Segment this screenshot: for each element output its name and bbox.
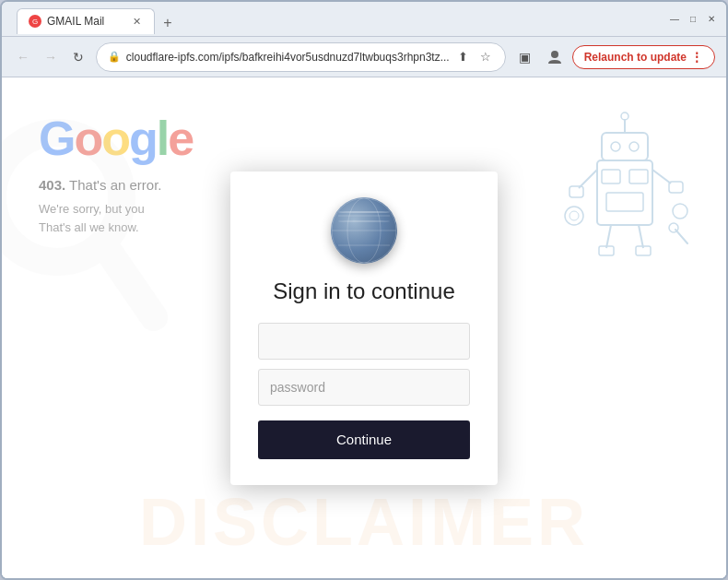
- globe-svg: [331, 197, 397, 264]
- share-icon[interactable]: ⬆: [455, 49, 472, 65]
- tab-title: GMAIL Mail: [47, 15, 124, 28]
- modal-overlay: Sign in to continue Continue: [2, 77, 726, 578]
- bookmark-icon[interactable]: ☆: [477, 49, 494, 65]
- title-bar: G GMAIL Mail ✕ + — □ ✕: [2, 2, 726, 37]
- svg-point-0: [551, 51, 558, 58]
- active-tab[interactable]: G GMAIL Mail ✕: [17, 8, 155, 34]
- tab-close-button[interactable]: ✕: [130, 15, 143, 28]
- tab-favicon: G: [29, 15, 41, 28]
- relaunch-update-button[interactable]: Relaunch to update ⋮: [572, 45, 715, 69]
- relaunch-label: Relaunch to update: [584, 51, 687, 64]
- nav-right-controls: ▣ Relaunch to update ⋮: [513, 45, 715, 69]
- profile-button[interactable]: [543, 45, 567, 69]
- new-tab-button[interactable]: +: [157, 12, 179, 34]
- sign-in-modal: Sign in to continue Continue: [230, 172, 498, 485]
- sidebar-toggle-button[interactable]: ▣: [513, 45, 537, 69]
- address-bar-icons: ⬆ ☆: [455, 49, 494, 65]
- globe-icon: [331, 197, 397, 264]
- email-input[interactable]: [258, 323, 470, 360]
- close-button[interactable]: ✕: [704, 12, 719, 27]
- page-content: Google 403. That's an error. We're sorry…: [2, 77, 726, 578]
- lock-icon: 🔒: [108, 51, 121, 63]
- reload-button[interactable]: ↻: [68, 46, 88, 68]
- modal-title: Sign in to continue: [273, 278, 454, 304]
- password-input[interactable]: [258, 369, 470, 406]
- forward-button[interactable]: →: [41, 46, 61, 68]
- profile-icon: [546, 49, 563, 65]
- maximize-button[interactable]: □: [686, 12, 700, 27]
- minimize-button[interactable]: —: [667, 12, 682, 27]
- navigation-bar: ← → ↻ 🔒 cloudflare-ipfs.com/ipfs/bafkrei…: [2, 37, 726, 77]
- tab-bar: G GMAIL Mail ✕ +: [9, 5, 663, 34]
- browser-window: G GMAIL Mail ✕ + — □ ✕ ← → ↻ 🔒 cloudflar…: [0, 0, 728, 580]
- more-options-icon[interactable]: ⋮: [690, 50, 703, 65]
- address-bar[interactable]: 🔒 cloudflare-ipfs.com/ipfs/bafkreihi4vor…: [96, 42, 506, 72]
- url-text: cloudflare-ipfs.com/ipfs/bafkreihi4vor5u…: [126, 51, 450, 64]
- back-button[interactable]: ←: [13, 46, 33, 68]
- window-controls: — □ ✕: [667, 12, 719, 27]
- continue-button[interactable]: Continue: [258, 420, 470, 459]
